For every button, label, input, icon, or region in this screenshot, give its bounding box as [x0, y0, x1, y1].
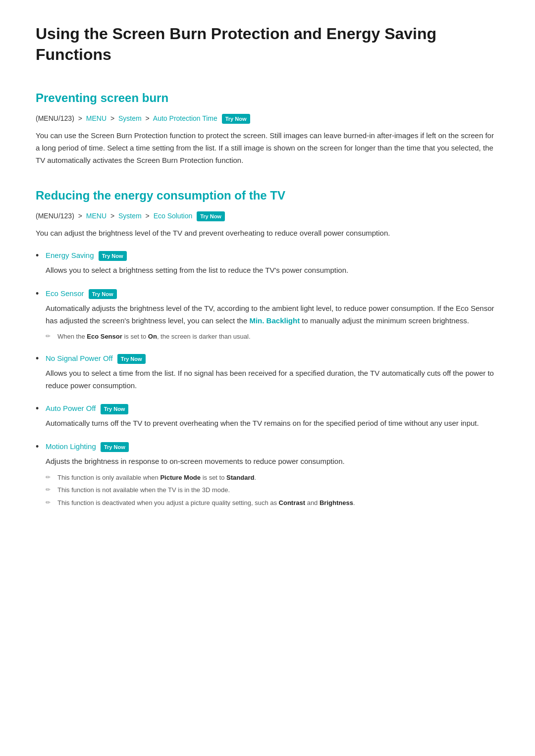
auto-power-off-title: Auto Power Off [46, 404, 96, 412]
motion-lighting-title: Motion Lighting [46, 442, 96, 451]
breadcrumb-auto-protection: Auto Protection Time [153, 114, 217, 122]
try-now-badge-motion-lighting[interactable]: Try Now [101, 442, 129, 453]
breadcrumb-chevron1: > [78, 114, 82, 122]
section2-breadcrumb: (MENU/123) > MENU > System > Eco Solutio… [36, 210, 499, 222]
eco-sensor-note-1: When the Eco Sensor is set to On, the sc… [46, 332, 499, 342]
on-bold: On [148, 333, 157, 340]
breadcrumb2-eco-solution: Eco Solution [154, 212, 193, 220]
energy-saving-desc: Allows you to select a brightness settin… [46, 264, 499, 277]
list-item-auto-power-off: Auto Power Off Try Now Automatically tur… [36, 403, 499, 430]
section-preventing-screen-burn: Preventing screen burn (MENU/123) > MENU… [36, 89, 499, 166]
section-energy-saving: Reducing the energy consumption of the T… [36, 186, 499, 507]
breadcrumb2-chevron2: > [110, 212, 114, 220]
brightness-bold: Brightness [320, 499, 353, 506]
try-now-badge-section2[interactable]: Try Now [197, 211, 225, 222]
section2-intro: You can adjust the brightness level of t… [36, 227, 499, 240]
try-now-badge-energy-saving[interactable]: Try Now [99, 251, 127, 261]
eco-sensor-bold: Eco Sensor [87, 333, 122, 340]
section1-body: You can use the Screen Burn Protection f… [36, 130, 499, 166]
section1-breadcrumb: (MENU/123) > MENU > System > Auto Protec… [36, 113, 499, 124]
eco-sensor-title: Eco Sensor [46, 289, 84, 298]
list-item-energy-saving: Energy Saving Try Now Allows you to sele… [36, 250, 499, 277]
list-item-motion-lighting: Motion Lighting Try Now Adjusts the brig… [36, 441, 499, 507]
breadcrumb2-system: System [118, 212, 142, 220]
breadcrumb-menu: MENU [86, 114, 107, 122]
motion-lighting-notes: This function is only available when Pic… [46, 473, 499, 508]
breadcrumb2-menu: MENU [86, 212, 107, 220]
breadcrumb-part1: (MENU/123) [36, 114, 74, 122]
try-now-badge-eco-sensor[interactable]: Try Now [89, 289, 117, 300]
breadcrumb2-part1: (MENU/123) [36, 212, 74, 220]
breadcrumb-chevron3: > [146, 114, 150, 122]
section1-title: Preventing screen burn [36, 89, 499, 107]
contrast-bold: Contrast [279, 499, 305, 506]
motion-lighting-note-3: This function is deactivated when you ad… [46, 498, 499, 508]
motion-lighting-note-1: This function is only available when Pic… [46, 473, 499, 483]
breadcrumb-system: System [118, 114, 142, 122]
try-now-badge-auto-power-off[interactable]: Try Now [101, 404, 129, 414]
motion-lighting-note-2: This function is not available when the … [46, 485, 499, 495]
eco-sensor-desc: Automatically adjusts the brightness lev… [46, 302, 499, 327]
breadcrumb-chevron2: > [110, 114, 114, 122]
no-signal-desc: Allows you to select a time from the lis… [46, 367, 499, 392]
feature-list: Energy Saving Try Now Allows you to sele… [36, 250, 499, 507]
breadcrumb2-chevron3: > [146, 212, 150, 220]
no-signal-title: No Signal Power Off [46, 354, 113, 362]
page-title: Using the Screen Burn Protection and Ene… [36, 24, 499, 65]
standard-bold: Standard [226, 474, 254, 481]
list-item-eco-sensor: Eco Sensor Try Now Automatically adjusts… [36, 288, 499, 342]
list-item-no-signal-power-off: No Signal Power Off Try Now Allows you t… [36, 353, 499, 392]
motion-lighting-desc: Adjusts the brightness in response to on… [46, 455, 499, 468]
energy-saving-title: Energy Saving [46, 251, 94, 259]
auto-power-off-desc: Automatically turns off the TV to preven… [46, 417, 499, 430]
breadcrumb2-chevron1: > [78, 212, 82, 220]
min-backlight-link: Min. Backlight [249, 316, 300, 325]
picture-mode-bold: Picture Mode [160, 474, 201, 481]
try-now-badge-section1[interactable]: Try Now [222, 114, 250, 124]
eco-sensor-notes: When the Eco Sensor is set to On, the sc… [46, 332, 499, 342]
try-now-badge-no-signal[interactable]: Try Now [117, 354, 146, 364]
section2-title: Reducing the energy consumption of the T… [36, 186, 499, 205]
